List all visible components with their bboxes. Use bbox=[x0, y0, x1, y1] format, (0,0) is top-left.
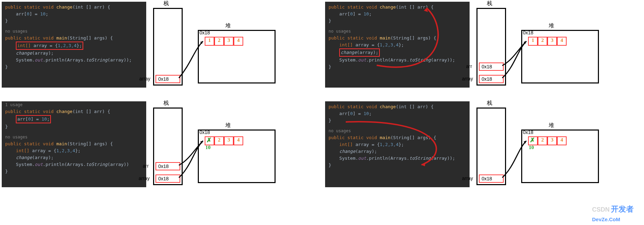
code-block-3: 1 usage public static void change(int []… bbox=[2, 101, 146, 187]
memory-diagram-1: 栈 0x18 array 堆 0x18 1 2 3 4 bbox=[150, 2, 318, 88]
stack-box: 0x18 bbox=[476, 108, 506, 185]
stack-cell-array: 0x18 bbox=[479, 75, 504, 83]
panel-3: 1 usage public static void change(int []… bbox=[2, 101, 318, 187]
highlight-change-body: arr[0] = 10; bbox=[16, 115, 51, 123]
stack-cell-arr: 0x18 bbox=[479, 63, 504, 71]
memory-diagram-4: 栈 0x18 array 堆 0x18 1 2 3 4 10 bbox=[473, 101, 642, 187]
highlight-array-decl: int[] array = {1,2,3,4}; bbox=[16, 42, 83, 50]
stack-box: 0x18 bbox=[153, 8, 183, 86]
heap-addr: 0x18 bbox=[200, 30, 210, 35]
var-array-label: array bbox=[462, 76, 473, 81]
no-usages: no usages bbox=[5, 28, 143, 35]
heap-cell-modified: 1 bbox=[528, 136, 538, 145]
heap-cell: 1 bbox=[205, 37, 214, 46]
heap-array: 1 2 3 4 bbox=[528, 136, 567, 145]
code-block-2: public static void change(int [] arr) { … bbox=[325, 2, 470, 88]
code-block-1: public static void change(int [] arr) { … bbox=[2, 2, 146, 88]
heap-array: 1 2 3 4 bbox=[205, 37, 243, 46]
one-usage: 1 usage bbox=[5, 101, 143, 108]
var-array-label: array bbox=[139, 76, 150, 81]
code-block-4: public static void change(int [] arr) { … bbox=[325, 101, 470, 187]
heap-label: 堆 bbox=[225, 22, 231, 30]
new-value: 10 bbox=[205, 145, 211, 150]
stack-box: 0x18 0x18 bbox=[153, 108, 183, 185]
var-arr-label: arr bbox=[466, 64, 472, 69]
stack-box: 0x18 0x18 bbox=[476, 8, 506, 86]
heap-array: 1 2 3 4 bbox=[205, 136, 243, 145]
memory-diagram-3: 栈 0x18 0x18 arr array 堆 0x18 1 2 3 4 10 bbox=[150, 101, 318, 187]
stack-label: 栈 bbox=[163, 0, 169, 7]
panel-1: public static void change(int [] arr) { … bbox=[2, 2, 318, 88]
diagram-grid: public static void change(int [] arr) { … bbox=[2, 2, 642, 187]
panel-4: public static void change(int [] arr) { … bbox=[325, 101, 642, 187]
panel-2: public static void change(int [] arr) { … bbox=[325, 2, 642, 88]
kw: public bbox=[5, 4, 21, 10]
memory-diagram-2: 栈 0x18 0x18 arr array 堆 0x18 1 2 3 4 bbox=[473, 2, 642, 88]
highlight-change-call: change(array); bbox=[339, 48, 380, 57]
stack-cell-array: 0x18 bbox=[155, 75, 180, 83]
heap-cell-modified: 1 bbox=[205, 136, 214, 145]
heap-array: 1 2 3 4 bbox=[528, 37, 567, 46]
